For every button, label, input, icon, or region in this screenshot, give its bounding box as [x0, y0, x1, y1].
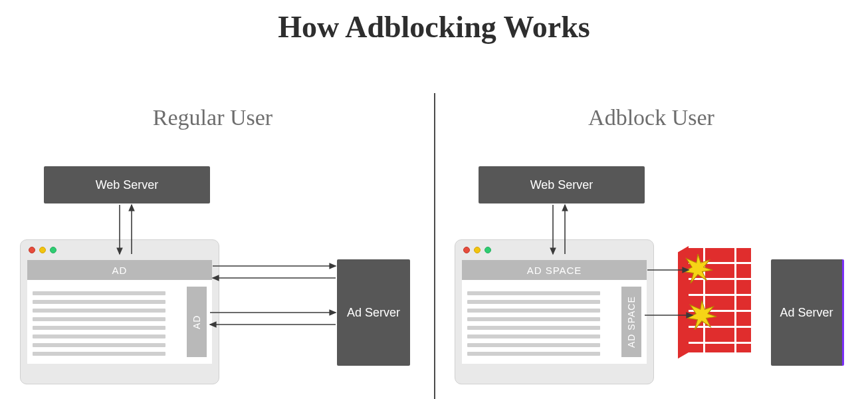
ad-space-banner: AD SPACE [462, 260, 647, 280]
close-icon [463, 247, 470, 253]
ad-server-box: Ad Server [771, 259, 844, 366]
subtitle-adblock: Adblock User [439, 105, 864, 130]
subtitle-regular: Regular User [0, 105, 425, 130]
close-icon [29, 247, 35, 253]
minimize-icon [474, 247, 481, 253]
svg-marker-6 [683, 254, 712, 283]
ad-server-label: Ad Server [780, 306, 833, 320]
diagram-title: How Adblocking Works [0, 9, 868, 45]
zoom-icon [485, 247, 491, 253]
svg-marker-7 [687, 301, 716, 330]
vertical-divider [434, 93, 435, 399]
ad-space-sidebar: AD SPACE [621, 287, 641, 357]
web-server-box: Web Server [44, 166, 210, 203]
panel-regular-user: Regular User Web Server AD AD Ad Server [0, 93, 425, 399]
content-placeholder [467, 287, 600, 360]
browser-window: AD AD [20, 239, 219, 384]
page-content: AD SPACE AD SPACE [462, 260, 647, 364]
window-controls [29, 247, 56, 253]
ad-sidebar: AD [187, 287, 207, 357]
block-spark-icon [687, 301, 716, 330]
content-placeholder [33, 287, 165, 360]
ad-server-box: Ad Server [337, 259, 410, 366]
window-controls [463, 247, 491, 253]
page-content: AD AD [27, 260, 212, 364]
ad-server-label: Ad Server [347, 306, 400, 320]
panel-adblock-user: Adblock User Web Server AD SPACE AD SPAC… [439, 93, 864, 399]
web-server-box: Web Server [479, 166, 645, 203]
zoom-icon [50, 247, 56, 253]
ad-banner: AD [27, 260, 212, 280]
block-spark-icon [683, 254, 712, 283]
minimize-icon [39, 247, 46, 253]
browser-window: AD SPACE AD SPACE [455, 239, 654, 384]
